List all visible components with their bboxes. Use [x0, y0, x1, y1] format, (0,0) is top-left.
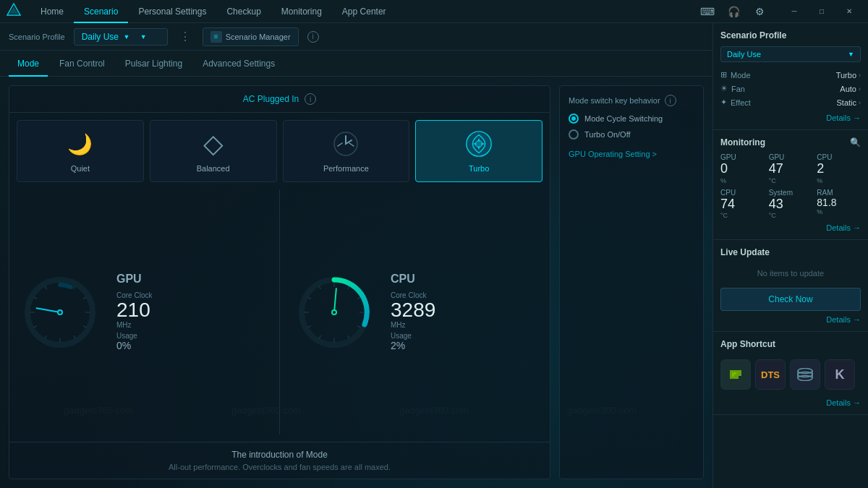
close-button[interactable]: ✕ — [836, 1, 862, 22]
nav-home[interactable]: Home — [30, 0, 74, 23]
gpu-core-clock-unit: MHz — [116, 321, 268, 329]
sidebar-fan-value[interactable]: Auto › — [840, 85, 861, 93]
svg-line-28 — [348, 335, 350, 338]
cpu-usage-label: Usage — [391, 332, 542, 340]
db-shortcut[interactable] — [790, 359, 820, 390]
radio-group: Mode Cycle Switching Turbo On/Off — [569, 114, 694, 140]
scenario-profile-label: Scenario Profile — [9, 33, 65, 41]
monitoring-details-link[interactable]: Details → — [720, 223, 861, 232]
sidebar-app-shortcut: App Shortcut DTS — [713, 332, 868, 415]
monitor-system-temp: System 43 °C — [769, 189, 813, 220]
fan-value-text: Auto — [840, 85, 856, 93]
mode-intro: The introduction of Mode All-out perform… — [9, 442, 550, 479]
scenario-profile-dropdown[interactable]: Daily Use ▼ — [74, 28, 168, 46]
gpu-core-clock-label: Core Clock — [116, 291, 268, 299]
nav-appcenter[interactable]: App Center — [332, 0, 396, 23]
monitor-ram-value: 81.8 — [817, 197, 861, 209]
gpu-usage-label: Usage — [116, 332, 268, 340]
tab-advanced-settings[interactable]: Advanced Settings — [194, 51, 284, 77]
sidebar-scenario-profile: Scenario Profile Daily Use ▼ ⊞ Mode Turb… — [713, 23, 868, 130]
sidebar-scenario-title-text: Scenario Profile — [720, 30, 786, 40]
monitor-cpu-pct-unit: % — [817, 177, 861, 184]
cpu-core-clock-unit: MHz — [391, 321, 542, 329]
monitor-cpu-temp-unit: °C — [720, 212, 765, 219]
performance-label: Performance — [323, 164, 369, 173]
radio-cycle-label: Mode Cycle Switching — [584, 114, 663, 123]
app-shortcuts-list: DTS K — [720, 355, 861, 394]
sidebar-mode-value[interactable]: Turbo › — [836, 71, 861, 80]
minimize-button[interactable]: ─ — [781, 1, 807, 22]
svg-point-4 — [475, 140, 482, 147]
tab-pulsar-lighting[interactable]: Pulsar Lighting — [116, 51, 191, 77]
nav-scenario[interactable]: Scenario — [74, 0, 128, 23]
svg-line-31 — [308, 325, 311, 328]
sidebar-fan-row: ☀ Fan Auto › — [720, 82, 861, 95]
live-update-details-link[interactable]: Details → — [720, 315, 861, 324]
svg-line-33 — [308, 297, 311, 299]
monitor-gpu-pct: GPU 0 % — [720, 153, 765, 184]
headset-icon[interactable]: 🎧 — [723, 1, 744, 22]
mode-switch-panel: Mode switch key behavior i Mode Cycle Sw… — [559, 85, 704, 479]
sidebar-effect-label: ✦ Effect — [720, 98, 751, 107]
radio-turbo-toggle[interactable]: Turbo On/Off — [569, 129, 694, 140]
mode-card-performance[interactable]: Performance — [283, 120, 410, 182]
scenario-details-link[interactable]: Details → — [720, 114, 861, 122]
fan-arrow-icon: › — [859, 85, 861, 93]
monitor-ram-label: RAM — [817, 189, 861, 197]
monitor-gpu-pct-label: GPU — [720, 153, 765, 161]
gamepad-icon[interactable]: ⌨ — [697, 1, 718, 22]
quiet-label: Quiet — [71, 164, 90, 173]
live-update-title-text: Live Update — [720, 247, 770, 257]
cpu-core-clock-value: 3289 — [391, 299, 542, 322]
sidebar-mode-row: ⊞ Mode Turbo › — [720, 68, 861, 82]
monitor-ram: RAM 81.8 % — [817, 189, 861, 220]
svg-line-16 — [34, 297, 37, 299]
sidebar-effect-value[interactable]: Static › — [836, 98, 861, 107]
scenario-profile-value: Daily Use — [82, 32, 119, 42]
nav-checkup[interactable]: Checkup — [216, 0, 271, 23]
ac-info-icon[interactable]: i — [305, 93, 316, 105]
radio-mode-cycle[interactable]: Mode Cycle Switching — [569, 114, 694, 124]
cpu-gauge-container — [291, 189, 378, 435]
svg-line-34 — [319, 286, 321, 288]
mode-card-quiet[interactable]: 🌙 Quiet — [17, 120, 144, 182]
k-shortcut[interactable]: K — [825, 359, 855, 390]
svg-marker-1 — [9, 7, 18, 14]
tab-fan-control[interactable]: Fan Control — [51, 51, 114, 77]
nav-monitoring[interactable]: Monitoring — [271, 0, 332, 23]
right-sidebar: Scenario Profile Daily Use ▼ ⊞ Mode Turb… — [712, 23, 868, 488]
window-controls: ─ □ ✕ — [781, 1, 862, 22]
monitoring-title-text: Monitoring — [720, 137, 765, 147]
svg-line-10 — [83, 325, 86, 328]
nav-personal[interactable]: Personal Settings — [128, 0, 216, 23]
stats-area: GPU Core Clock 210 MHz Usage 0% — [9, 189, 550, 442]
scenario-manager-button[interactable]: ≡ Scenario Manager — [203, 27, 299, 46]
info-icon[interactable]: i — [307, 31, 319, 43]
gpu-operating-setting-button[interactable]: GPU Operating Setting > — [569, 150, 694, 158]
mode-switch-info-icon[interactable]: i — [665, 95, 676, 106]
mode-card-turbo[interactable]: Turbo — [415, 120, 542, 182]
nvidia-shortcut[interactable] — [720, 359, 751, 390]
mode-icon: ⊞ — [720, 70, 727, 80]
mode-value-text: Turbo — [836, 71, 856, 80]
tabs-bar: Mode Fan Control Pulsar Lighting Advance… — [0, 51, 712, 77]
main-content: Scenario Profile Daily Use ▼ ⋮ ≡ Scenari… — [0, 23, 868, 488]
sidebar-live-update: Live Update No items to update Check Now… — [713, 240, 868, 332]
mode-card-balanced[interactable]: ◇ Balanced — [150, 120, 277, 182]
gpu-core-clock-value: 210 — [116, 299, 268, 322]
dts-shortcut[interactable]: DTS — [755, 359, 786, 390]
monitor-cpu-pct: CPU 2 % — [817, 153, 861, 184]
maximize-button[interactable]: □ — [809, 1, 835, 22]
gpu-title: GPU — [116, 273, 268, 286]
sidebar-profile-select[interactable]: Daily Use ▼ — [720, 46, 861, 62]
monitor-system-temp-unit: °C — [769, 212, 813, 219]
tab-mode[interactable]: Mode — [9, 51, 48, 77]
monitor-cpu-temp-value: 74 — [720, 197, 765, 213]
settings-icon[interactable]: ⚙ — [749, 1, 770, 22]
app-shortcut-details-link[interactable]: Details → — [720, 398, 861, 407]
monitor-ram-unit: % — [817, 208, 861, 215]
quiet-icon: 🌙 — [66, 129, 95, 158]
check-now-button[interactable]: Check Now — [720, 288, 861, 311]
monitor-gpu-temp-label: GPU — [769, 153, 813, 161]
three-dots-menu[interactable]: ⋮ — [176, 30, 194, 43]
